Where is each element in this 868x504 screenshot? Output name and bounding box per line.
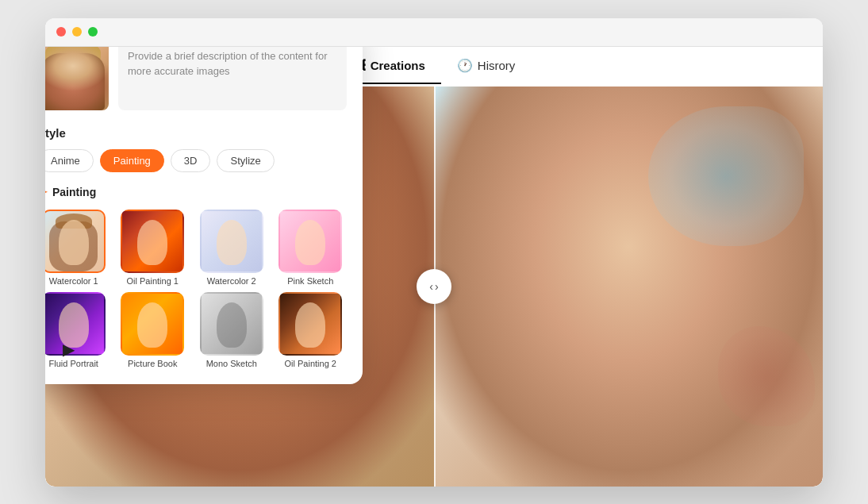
panel-top: Provide a brief description of the conte…: [45, 47, 347, 110]
description-text: Provide a brief description of the conte…: [128, 48, 337, 79]
grid-item-monosketch[interactable]: Mono Sketch: [195, 292, 268, 368]
style-buttons: Anime Painting 3D Stylize: [45, 149, 347, 172]
style-btn-3d[interactable]: 3D: [171, 149, 211, 172]
thumb-picturebook: [121, 292, 184, 356]
image-right: [434, 87, 823, 487]
tab-history-label: Hisrory: [478, 59, 516, 72]
style-label: Style: [45, 126, 347, 140]
face-circle: [295, 302, 325, 348]
grid-item-oilpainting1[interactable]: Oil Painting 1: [117, 210, 190, 286]
minimize-dot[interactable]: [72, 27, 82, 37]
thumb-oilpainting2: [278, 292, 342, 356]
thumb-watercolor1: [45, 210, 106, 273]
close-dot[interactable]: [56, 27, 66, 37]
thumb-watercolor2: [200, 210, 263, 273]
thumb-oilpainting1-label: Oil Painting 1: [127, 276, 179, 286]
main-window: 🖼 Creations 🕐 Hisrory: [45, 18, 823, 487]
face-circle: [217, 302, 247, 348]
face-circle: [137, 302, 167, 348]
cursor-arrow: ▶: [63, 340, 75, 359]
grid-item-watercolor2[interactable]: Watercolor 2: [195, 210, 268, 286]
titlebar: [45, 18, 823, 47]
right-arrow-icon: ›: [435, 280, 439, 293]
thumb-pinksketch: [278, 210, 342, 273]
grid-item-pinksketch[interactable]: Pink Sketch: [275, 210, 348, 286]
window-body: 🖼 Creations 🕐 Hisrory: [45, 47, 823, 487]
avatar-person: [45, 47, 109, 110]
compare-handle[interactable]: ‹ ›: [417, 269, 451, 304]
face-circle: [137, 220, 167, 265]
star-icon: ✦: [45, 185, 48, 200]
thumb-oilpainting1: [121, 210, 184, 273]
thumb-fluidportrait-label: Fluid Portrait: [49, 359, 98, 368]
grid-item-picturebook[interactable]: Picture Book: [117, 292, 190, 368]
thumb-monosketch: [200, 292, 263, 356]
avatar: [45, 47, 109, 110]
thumb-picturebook-label: Picture Book: [128, 359, 177, 368]
thumb-watercolor2-label: Watercolor 2: [207, 276, 256, 286]
grid-item-fluidportrait[interactable]: Fluid Portrait: [45, 292, 110, 368]
thumb-watercolor1-label: Watercolor 1: [49, 276, 98, 286]
tab-creations-label: Creations: [371, 59, 425, 72]
thumb-oilpainting2-label: Oil Painting 2: [285, 359, 336, 368]
face-circle: [59, 220, 89, 265]
painting-label-text: Painting: [52, 186, 96, 198]
floating-panel: Provide a brief description of the conte…: [45, 47, 363, 384]
description-box[interactable]: Provide a brief description of the conte…: [118, 47, 347, 110]
grid-item-watercolor1[interactable]: Watercolor 1: [45, 210, 110, 286]
style-grid: Watercolor 1 Oil Painting 1 Watercolor 2: [45, 210, 347, 368]
thumb-pinksketch-label: Pink Sketch: [287, 276, 333, 286]
painting-section-label: ✦ Painting: [45, 185, 347, 200]
face-circle: [295, 220, 325, 265]
style-btn-painting[interactable]: Painting: [100, 149, 164, 172]
thumb-fluidportrait: [45, 292, 106, 356]
style-btn-stylize[interactable]: Stylize: [217, 149, 274, 172]
history-icon: 🕐: [457, 58, 473, 73]
style-btn-anime[interactable]: Anime: [45, 149, 94, 172]
thumb-monosketch-label: Mono Sketch: [206, 359, 257, 368]
grid-item-oilpainting2[interactable]: Oil Painting 2: [275, 292, 348, 368]
tab-history[interactable]: 🕐 Hisrory: [441, 48, 532, 84]
watercolor-splash-1: [648, 106, 804, 246]
left-arrow-icon: ‹: [429, 280, 433, 293]
maximize-dot[interactable]: [88, 27, 98, 37]
face-circle: [217, 220, 247, 265]
